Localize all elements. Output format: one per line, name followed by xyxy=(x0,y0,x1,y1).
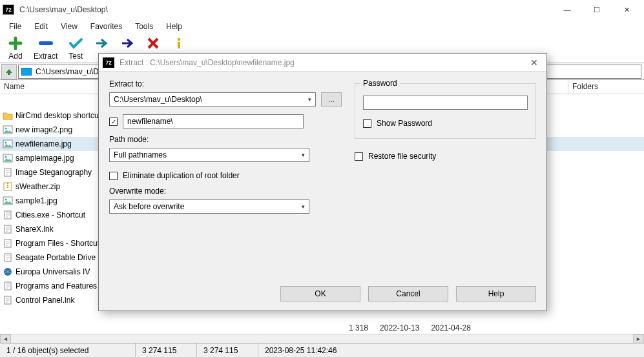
plus-icon xyxy=(8,36,23,50)
scroll-left-button[interactable]: ◄ xyxy=(0,334,11,343)
eliminate-checkbox[interactable] xyxy=(109,172,118,180)
file-name: ShareX.lnk xyxy=(16,225,54,234)
close-button[interactable]: ✕ xyxy=(612,0,641,19)
minus-icon xyxy=(38,36,54,50)
extract-dialog: 7z Extract : C:\Users\mav_u\Desktop\newf… xyxy=(98,53,547,311)
maximize-button[interactable]: ☐ xyxy=(582,0,612,19)
menu-edit[interactable]: Edit xyxy=(28,21,54,32)
cancel-button[interactable]: Cancel xyxy=(368,286,448,301)
file-name: Europa Universalis IV xyxy=(16,267,90,276)
status-size2: 3 274 115 xyxy=(197,343,258,357)
extract-to-label: Extract to: xyxy=(109,79,342,88)
file-type-icon xyxy=(3,295,13,305)
file-name: Seagate Portable Drive xyxy=(16,253,96,262)
file-name: Image Steganography xyxy=(16,168,92,177)
help-button[interactable]: Help xyxy=(456,286,536,301)
chevron-down-icon: ▾ xyxy=(302,203,305,210)
menu-tools[interactable]: Tools xyxy=(129,21,160,32)
password-label: Password xyxy=(360,79,400,88)
chevron-down-icon: ▾ xyxy=(302,152,305,158)
subfolder-checkbox[interactable]: ✓ xyxy=(109,117,118,126)
file-name: Control Panel.lnk xyxy=(16,296,74,305)
browse-button[interactable]: ... xyxy=(321,92,342,107)
file-name: sWeather.zip xyxy=(16,182,60,191)
info-icon xyxy=(171,36,187,50)
file-name: NirCmd desktop shortcuts xyxy=(16,111,105,120)
file-name: new image2.png xyxy=(16,125,72,134)
file-type-icon xyxy=(3,196,13,206)
overwrite-mode-combo[interactable]: Ask before overwrite ▾ xyxy=(109,199,309,214)
restore-security-checkbox[interactable] xyxy=(355,152,363,161)
copy-button[interactable] xyxy=(88,35,114,52)
svg-point-5 xyxy=(5,142,7,144)
file-type-icon xyxy=(3,153,13,163)
extract-to-combo[interactable]: C:\Users\mav_u\Desktop\ ▾ xyxy=(109,92,316,107)
svg-rect-1 xyxy=(178,42,180,48)
menu-view[interactable]: View xyxy=(54,21,84,32)
dialog-title: Extract : C:\Users\mav_u\Desktop\newfile… xyxy=(119,58,526,67)
restore-security-label: Restore file security xyxy=(368,152,436,161)
dialog-close-button[interactable]: ✕ xyxy=(526,55,543,70)
show-password-label: Show Password xyxy=(377,119,432,128)
file-type-icon xyxy=(3,139,13,149)
horizontal-scrollbar[interactable]: ◄ ► xyxy=(0,334,644,343)
file-type-icon xyxy=(3,252,13,263)
menu-favorites[interactable]: Favorites xyxy=(84,21,129,32)
up-button[interactable] xyxy=(1,64,17,79)
file-type-icon xyxy=(3,224,13,234)
arrow-right-dark-icon xyxy=(119,36,135,50)
subfolder-input[interactable] xyxy=(123,114,304,128)
test-button[interactable]: Test xyxy=(63,35,88,62)
file-type-icon xyxy=(3,125,13,135)
file-name: Programs and Features xyxy=(16,281,97,291)
column-folders[interactable]: Folders xyxy=(568,80,602,94)
arrow-right-icon xyxy=(94,36,109,50)
file-type-icon xyxy=(3,110,13,121)
password-group: Password Show Password xyxy=(355,83,536,139)
status-timestamp: 2023-08-25 11:42:46 xyxy=(258,343,644,357)
path-mode-label: Path mode: xyxy=(109,135,342,144)
svg-point-3 xyxy=(5,128,7,130)
window-title: C:\Users\mav_u\Desktop\ xyxy=(19,5,552,14)
file-name: newfilename.jpg xyxy=(16,139,72,148)
file-type-icon xyxy=(3,238,13,249)
eliminate-label: Eliminate duplication of root folder xyxy=(123,171,240,180)
file-type-icon xyxy=(3,281,13,291)
menu-file[interactable]: File xyxy=(3,21,28,32)
file-details: 1 318 2022-10-13 2021-04-28 xyxy=(349,323,471,332)
svg-rect-0 xyxy=(178,38,180,41)
file-name: Cities.exe - Shortcut xyxy=(16,210,85,219)
chevron-down-icon: ▾ xyxy=(308,96,311,103)
move-button[interactable] xyxy=(114,35,140,52)
scroll-right-button[interactable]: ► xyxy=(633,334,644,343)
app-icon: 7z xyxy=(3,5,14,15)
drive-icon xyxy=(21,68,32,76)
show-password-checkbox[interactable] xyxy=(363,119,371,128)
menu-bar: File Edit View Favorites Tools Help xyxy=(0,19,644,34)
status-size1: 3 274 115 xyxy=(136,343,197,357)
info-button[interactable] xyxy=(166,35,192,52)
overwrite-mode-label: Overwrite mode: xyxy=(109,187,342,196)
file-type-icon xyxy=(3,181,13,192)
minimize-button[interactable]: — xyxy=(552,0,582,19)
file-name: sampleimage.jpg xyxy=(16,154,74,163)
add-button[interactable]: Add xyxy=(3,35,28,62)
status-selection: 1 / 16 object(s) selected xyxy=(0,343,136,357)
file-type-icon xyxy=(3,267,13,277)
dialog-icon: 7z xyxy=(103,57,114,68)
path-mode-combo[interactable]: Full pathnames ▾ xyxy=(109,148,309,162)
svg-point-7 xyxy=(5,156,7,158)
svg-point-11 xyxy=(5,199,7,201)
delete-button[interactable] xyxy=(140,35,166,52)
check-icon xyxy=(68,36,83,50)
ok-button[interactable]: OK xyxy=(280,286,360,301)
file-type-icon xyxy=(3,167,13,178)
file-name: Program Files - Shortcut xyxy=(16,239,99,248)
menu-help[interactable]: Help xyxy=(160,21,189,32)
extract-button[interactable]: Extract xyxy=(28,35,63,62)
password-input[interactable] xyxy=(363,96,528,110)
x-icon xyxy=(145,36,161,50)
file-type-icon xyxy=(3,210,13,220)
file-name: sample1.jpg xyxy=(16,196,57,205)
